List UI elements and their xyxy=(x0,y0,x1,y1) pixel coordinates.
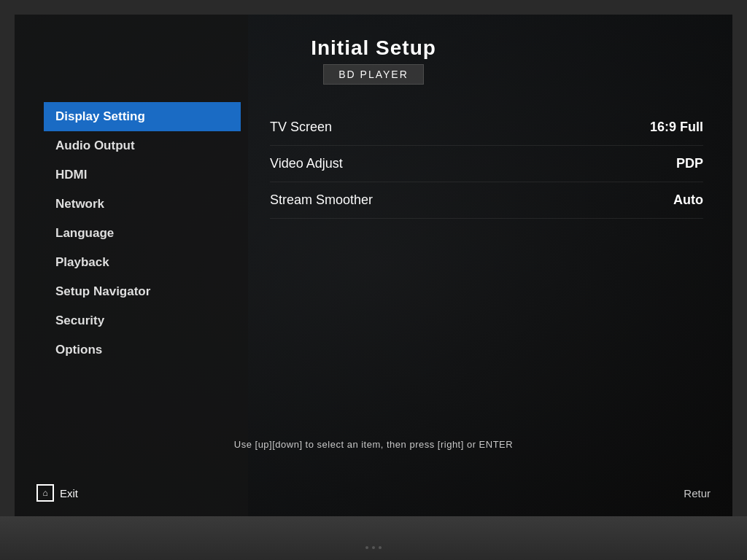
sidebar-item-hdmi[interactable]: HDMI xyxy=(44,160,241,190)
sidebar-item-network[interactable]: Network xyxy=(44,190,241,219)
tv-outer: Initial Setup BD PLAYER Display Setting … xyxy=(0,0,747,560)
setting-value-video-adjust: PDP xyxy=(616,156,703,171)
instruction-text: Use [up][down] to select an item, then p… xyxy=(234,439,513,450)
subtitle-box: BD PLAYER xyxy=(323,64,424,85)
setting-label-stream-smoother: Stream Smoother xyxy=(270,192,373,208)
tv-dot xyxy=(365,546,368,549)
page-subtitle: BD PLAYER xyxy=(338,69,409,80)
tv-dot xyxy=(372,546,375,549)
page-title: Initial Setup xyxy=(15,36,732,60)
home-icon: ⌂ xyxy=(36,484,54,502)
setting-row-stream-smoother[interactable]: Stream Smoother Auto xyxy=(270,182,703,219)
setting-value-tv-screen: 16:9 Full xyxy=(616,120,703,135)
sidebar-item-display-setting[interactable]: Display Setting xyxy=(44,102,241,131)
setting-label-video-adjust: Video Adjust xyxy=(270,156,343,171)
sidebar-item-setup-navigator[interactable]: Setup Navigator xyxy=(44,277,241,306)
sidebar-item-security[interactable]: Security xyxy=(44,306,241,335)
setting-label-tv-screen: TV Screen xyxy=(270,120,332,135)
setting-row-tv-screen[interactable]: TV Screen 16:9 Full xyxy=(270,109,703,146)
bottom-bar: ⌂ Exit Retur xyxy=(15,484,732,502)
tv-dot xyxy=(379,546,382,549)
tv-dots xyxy=(365,546,382,549)
bottom-instructions: Use [up][down] to select an item, then p… xyxy=(15,430,732,458)
setting-row-video-adjust[interactable]: Video Adjust PDP xyxy=(270,146,703,182)
header: Initial Setup BD PLAYER xyxy=(15,36,732,85)
sidebar-item-playback[interactable]: Playback xyxy=(44,248,241,277)
screen: Initial Setup BD PLAYER Display Setting … xyxy=(15,15,732,516)
exit-button[interactable]: ⌂ Exit xyxy=(36,484,78,502)
sidebar: Display Setting Audio Output HDMI Networ… xyxy=(44,102,241,365)
sidebar-item-audio-output[interactable]: Audio Output xyxy=(44,131,241,160)
sidebar-item-options[interactable]: Options xyxy=(44,335,241,365)
exit-label: Exit xyxy=(60,487,78,499)
return-text: Retur xyxy=(684,487,711,499)
main-content: TV Screen 16:9 Full Video Adjust PDP Str… xyxy=(270,109,703,219)
tv-bezel-bottom xyxy=(0,516,747,560)
sidebar-item-language[interactable]: Language xyxy=(44,219,241,248)
setting-value-stream-smoother: Auto xyxy=(616,192,703,208)
